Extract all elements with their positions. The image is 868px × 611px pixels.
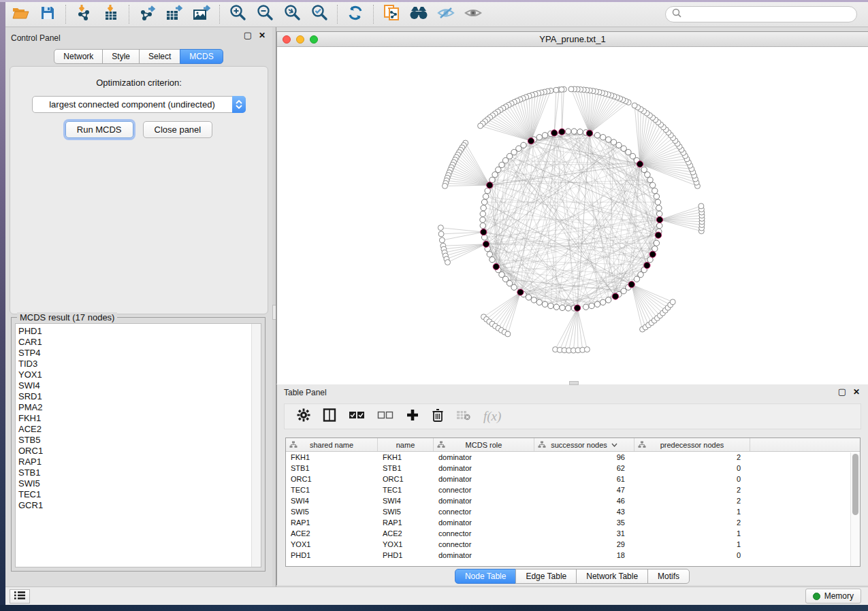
column-header-predecessor-nodes[interactable]: predecessor nodes	[634, 438, 750, 451]
zoom-selected-button[interactable]	[306, 3, 333, 25]
tab-network-table[interactable]: Network Table	[576, 569, 648, 584]
search-input[interactable]	[682, 10, 851, 19]
optimization-criterion-label: Optimization criterion:	[10, 78, 268, 88]
application-window: Control Panel ▢ ✕ NetworkStyleSelectMCDS…	[0, 0, 868, 611]
zoom-fit-button[interactable]	[278, 3, 306, 25]
tab-motifs[interactable]: Motifs	[647, 569, 690, 584]
list-scrollbar[interactable]	[251, 324, 261, 567]
float-table-panel-icon[interactable]: ▢	[838, 388, 846, 396]
zoom-in-button[interactable]	[224, 3, 251, 25]
column-header-shared-name[interactable]: shared name	[286, 438, 378, 451]
table-cell: FKH1	[286, 452, 378, 463]
status-bar: Memory	[5, 587, 868, 605]
import-table-icon	[102, 4, 120, 24]
export-table-button[interactable]	[161, 3, 188, 25]
control-panel: Control Panel ▢ ✕ NetworkStyleSelectMCDS…	[5, 27, 272, 587]
table-row[interactable]: ACE2ACE2connector311	[286, 528, 860, 539]
float-panel-icon[interactable]: ▢	[244, 31, 252, 39]
tab-node-table[interactable]: Node Table	[455, 569, 517, 584]
show-view-button[interactable]	[460, 3, 487, 25]
mcds-result-list[interactable]: PHD1CAR1STP4TID3YOX1SWI4SRD1PMA2FKH1ACE2…	[15, 323, 261, 567]
run-mcds-button[interactable]: Run MCDS	[65, 121, 133, 138]
toolbar-separator	[219, 5, 220, 24]
table-row[interactable]: PHD1PHD1dominator180	[286, 550, 860, 561]
desktop-edge-bottom	[0, 605, 868, 611]
deselect-all-button[interactable]	[377, 410, 393, 423]
import-network-button[interactable]	[70, 3, 97, 25]
table-cell: 0	[634, 463, 750, 474]
table-cell: PHD1	[286, 550, 378, 561]
tab-network[interactable]: Network	[54, 49, 103, 64]
table-row[interactable]: SWI5SWI5connector431	[286, 506, 860, 517]
table-settings-button[interactable]	[297, 408, 310, 425]
table-cell: STB1	[286, 463, 378, 474]
mcds-result-item[interactable]: STB1	[18, 467, 261, 478]
show-columns-button[interactable]	[323, 408, 336, 425]
zoom-out-button[interactable]	[251, 3, 278, 25]
column-header-label: name	[396, 441, 415, 449]
list-icon	[14, 591, 26, 603]
column-header-MCDS-role[interactable]: MCDS role	[434, 438, 534, 451]
mcds-result-item[interactable]: TID3	[18, 359, 261, 369]
hide-mapping-button[interactable]	[432, 3, 460, 25]
table-row[interactable]: RAP1RAP1dominator352	[286, 517, 860, 528]
criterion-dropdown[interactable]: largest connected component (undirected)	[32, 96, 246, 113]
table-cell: dominator	[434, 495, 534, 506]
mcds-result-item[interactable]: SWI4	[18, 380, 261, 391]
table-row[interactable]: FKH1FKH1dominator962	[286, 452, 860, 463]
table-cell: 1	[634, 539, 750, 550]
mcds-result-item[interactable]: CAR1	[18, 337, 261, 348]
refresh-button[interactable]	[342, 3, 369, 25]
export-image-button[interactable]	[188, 3, 215, 25]
mcds-result-item[interactable]: PMA2	[18, 402, 261, 413]
export-network-button[interactable]	[133, 3, 161, 25]
mcds-result-item[interactable]: PHD1	[18, 326, 261, 337]
column-header-name[interactable]: name	[378, 438, 434, 451]
mcds-result-item[interactable]: TEC1	[18, 489, 261, 500]
tab-style[interactable]: Style	[102, 49, 140, 64]
mcds-result-item[interactable]: ACE2	[18, 424, 261, 435]
table-cell: 43	[534, 506, 634, 517]
table-row[interactable]: YOX1YOX1connector291	[286, 539, 860, 550]
mcds-result-item[interactable]: SRD1	[18, 391, 261, 402]
mcds-result-item[interactable]: RAP1	[18, 457, 261, 467]
mcds-result-item[interactable]: YOX1	[18, 369, 261, 380]
network-window-titlebar[interactable]: YPA_prune.txt_1	[277, 32, 868, 47]
delete-column-button[interactable]	[432, 408, 444, 425]
import-table-button[interactable]	[97, 3, 125, 25]
memory-button[interactable]: Memory	[805, 589, 861, 604]
select-all-button[interactable]	[349, 410, 365, 423]
table-row[interactable]: STB1STB1dominator620	[286, 463, 860, 474]
mcds-result-item[interactable]: STB5	[18, 435, 261, 446]
network-graph-canvas[interactable]	[277, 47, 868, 384]
tab-edge-table[interactable]: Edge Table	[515, 569, 577, 584]
table-scrollbar[interactable]	[850, 452, 860, 566]
save-session-button[interactable]	[34, 3, 61, 25]
column-header-successor-nodes[interactable]: successor nodes	[534, 438, 634, 451]
table-row[interactable]: ORC1ORC1dominator610	[286, 474, 860, 484]
table-panel: Table Panel ▢ ✕	[276, 384, 868, 585]
close-panel-icon[interactable]: ✕	[259, 31, 266, 39]
unchecked-boxes-icon	[377, 410, 393, 423]
node-table[interactable]: shared namenameMCDS rolesuccessor nodesp…	[285, 437, 861, 567]
show-panels-button[interactable]	[10, 589, 30, 604]
mcds-result-item[interactable]: STP4	[18, 348, 261, 359]
mcds-result-item[interactable]: ORC1	[18, 446, 261, 457]
close-table-panel-icon[interactable]: ✕	[853, 388, 860, 396]
table-scrollbar-thumb[interactable]	[852, 454, 858, 515]
close-panel-button[interactable]: Close panel	[143, 121, 213, 138]
table-cell: SWI4	[286, 495, 378, 506]
horizontal-splitter-handle[interactable]	[569, 381, 579, 385]
table-row[interactable]: SWI4SWI4dominator462	[286, 495, 860, 506]
tab-select[interactable]: Select	[139, 49, 180, 64]
add-column-button[interactable]	[406, 408, 419, 425]
share-document-button[interactable]	[378, 3, 405, 25]
mcds-result-item[interactable]: GCR1	[18, 500, 261, 511]
open-file-button[interactable]	[7, 3, 34, 25]
tab-mcds[interactable]: MCDS	[180, 49, 223, 64]
table-cell: ACE2	[378, 528, 434, 539]
table-row[interactable]: TEC1TEC1connector472	[286, 484, 860, 495]
search-network-button[interactable]	[405, 3, 432, 25]
mcds-result-item[interactable]: FKH1	[18, 413, 261, 424]
mcds-result-item[interactable]: SWI5	[18, 478, 261, 489]
